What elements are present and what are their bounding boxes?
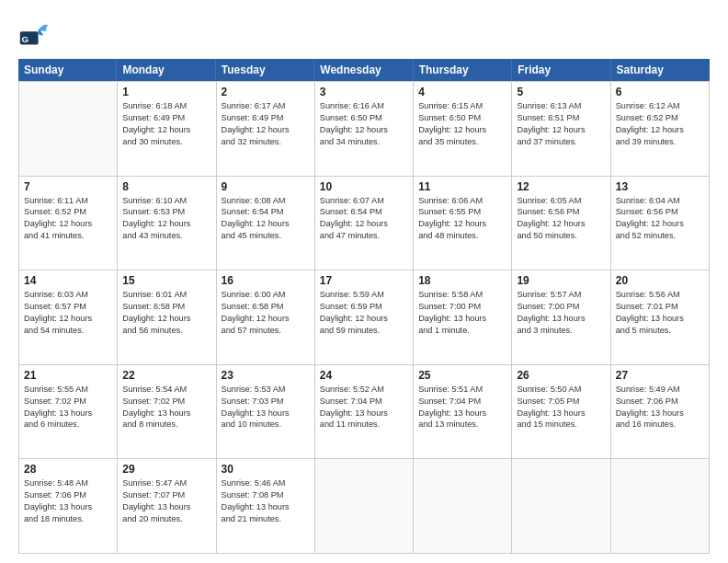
daylight-minutes: and 13 minutes. [418, 419, 506, 431]
sunrise: Sunrise: 6:17 AM [222, 100, 310, 112]
day-number: 15 [122, 274, 210, 287]
sunrise: Sunrise: 6:18 AM [122, 100, 210, 112]
daylight-minutes: and 16 minutes. [616, 419, 704, 431]
day-16: 16Sunrise: 6:00 AMSunset: 6:58 PMDayligh… [217, 270, 315, 364]
day-21: 21Sunrise: 5:55 AMSunset: 7:02 PMDayligh… [19, 365, 118, 459]
day-25: 25Sunrise: 5:51 AMSunset: 7:04 PMDayligh… [414, 365, 512, 459]
day-number: 4 [418, 86, 506, 98]
week-2: 7Sunrise: 6:11 AMSunset: 6:52 PMDaylight… [19, 177, 710, 271]
day-20: 20Sunrise: 5:56 AMSunset: 7:01 PMDayligh… [611, 270, 710, 364]
daylight-minutes: and 35 minutes. [418, 136, 506, 148]
day-number: 25 [418, 369, 506, 382]
logo: G [18, 17, 55, 50]
daylight-minutes: and 45 minutes. [222, 230, 310, 242]
sunset: Sunset: 6:56 PM [517, 206, 605, 218]
daylight-minutes: and 48 minutes. [418, 230, 506, 242]
day-number: 24 [320, 369, 408, 382]
daylight-hours: Daylight: 12 hours [517, 218, 605, 230]
sunset: Sunset: 7:05 PM [517, 396, 605, 408]
sunrise: Sunrise: 5:55 AM [24, 384, 112, 396]
day-number: 22 [122, 369, 210, 382]
daylight-minutes: and 21 minutes. [222, 513, 310, 525]
daylight-hours: Daylight: 12 hours [616, 124, 704, 136]
daylight-hours: Daylight: 13 hours [616, 313, 704, 325]
daylight-hours: Daylight: 13 hours [122, 408, 210, 419]
daylight-minutes: and 56 minutes. [122, 325, 210, 337]
day-number: 8 [122, 180, 210, 193]
daylight-hours: Daylight: 12 hours [122, 124, 210, 136]
day-number: 3 [320, 86, 408, 98]
day-number: 13 [616, 180, 704, 193]
daylight-hours: Daylight: 13 hours [24, 408, 112, 419]
day-24: 24Sunrise: 5:52 AMSunset: 7:04 PMDayligh… [315, 365, 414, 459]
sunset: Sunset: 6:52 PM [24, 206, 112, 218]
daylight-minutes: and 11 minutes. [320, 419, 408, 431]
daylight-hours: Daylight: 12 hours [616, 218, 704, 230]
day-number: 18 [418, 274, 506, 287]
sunset: Sunset: 7:03 PM [222, 396, 310, 408]
day-1: 1Sunrise: 6:18 AMSunset: 6:49 PMDaylight… [118, 82, 216, 176]
daylight-hours: Daylight: 13 hours [418, 313, 506, 325]
daylight-minutes: and 34 minutes. [320, 136, 408, 148]
sunset: Sunset: 7:06 PM [24, 489, 112, 501]
sunrise: Sunrise: 5:48 AM [24, 477, 112, 489]
daylight-hours: Daylight: 13 hours [418, 408, 506, 419]
day-2: 2Sunrise: 6:17 AMSunset: 6:49 PMDaylight… [217, 82, 315, 176]
sunset: Sunset: 7:04 PM [418, 396, 506, 408]
day-number: 21 [24, 369, 112, 382]
daylight-minutes: and 50 minutes. [517, 230, 605, 242]
day-12: 12Sunrise: 6:05 AMSunset: 6:56 PMDayligh… [512, 177, 610, 270]
day-header-monday: Monday [117, 59, 215, 81]
calendar-header: SundayMondayTuesdayWednesdayThursdayFrid… [18, 59, 710, 81]
day-header-wednesday: Wednesday [314, 59, 413, 81]
day-9: 9Sunrise: 6:08 AMSunset: 6:54 PMDaylight… [217, 177, 315, 270]
sunrise: Sunrise: 6:08 AM [222, 195, 310, 207]
sunrise: Sunrise: 6:15 AM [418, 100, 506, 112]
week-5: 28Sunrise: 5:48 AMSunset: 7:06 PMDayligh… [19, 459, 710, 554]
header: G [18, 17, 710, 50]
daylight-hours: Daylight: 12 hours [122, 313, 210, 325]
day-13: 13Sunrise: 6:04 AMSunset: 6:56 PMDayligh… [611, 177, 710, 270]
daylight-minutes: and 6 minutes. [24, 419, 112, 431]
sunset: Sunset: 7:02 PM [24, 396, 112, 408]
daylight-minutes: and 47 minutes. [320, 230, 408, 242]
svg-text:G: G [22, 34, 29, 44]
daylight-hours: Daylight: 12 hours [517, 124, 605, 136]
daylight-minutes: and 57 minutes. [222, 325, 310, 337]
day-8: 8Sunrise: 6:10 AMSunset: 6:53 PMDaylight… [118, 177, 216, 270]
daylight-minutes: and 30 minutes. [122, 136, 210, 148]
daylight-minutes: and 39 minutes. [616, 136, 704, 148]
daylight-hours: Daylight: 12 hours [320, 124, 408, 136]
day-4: 4Sunrise: 6:15 AMSunset: 6:50 PMDaylight… [414, 82, 512, 176]
day-18: 18Sunrise: 5:58 AMSunset: 7:00 PMDayligh… [414, 270, 512, 364]
daylight-hours: Daylight: 13 hours [122, 501, 210, 513]
daylight-minutes: and 37 minutes. [517, 136, 605, 148]
sunset: Sunset: 6:53 PM [122, 206, 210, 218]
day-number: 23 [222, 369, 310, 382]
daylight-minutes: and 54 minutes. [24, 325, 112, 337]
daylight-hours: Daylight: 12 hours [320, 218, 408, 230]
sunrise: Sunrise: 5:58 AM [418, 289, 506, 301]
page: G SundayMondayTuesdayWednesdayThursdayFr… [0, 0, 728, 563]
day-number: 28 [24, 463, 112, 476]
day-29: 29Sunrise: 5:47 AMSunset: 7:07 PMDayligh… [118, 459, 216, 553]
day-number: 12 [517, 180, 605, 193]
sunrise: Sunrise: 5:56 AM [616, 289, 704, 301]
day-number: 2 [222, 86, 310, 98]
day-22: 22Sunrise: 5:54 AMSunset: 7:02 PMDayligh… [118, 365, 216, 459]
daylight-hours: Daylight: 12 hours [222, 313, 310, 325]
daylight-hours: Daylight: 12 hours [122, 218, 210, 230]
daylight-minutes: and 18 minutes. [24, 513, 112, 525]
sunrise: Sunrise: 6:07 AM [320, 195, 408, 207]
daylight-hours: Daylight: 13 hours [222, 501, 310, 513]
sunset: Sunset: 6:51 PM [517, 112, 605, 124]
sunrise: Sunrise: 6:10 AM [122, 195, 210, 207]
day-header-tuesday: Tuesday [216, 59, 314, 81]
daylight-minutes: and 41 minutes. [24, 230, 112, 242]
daylight-minutes: and 52 minutes. [616, 230, 704, 242]
sunset: Sunset: 6:58 PM [122, 301, 210, 313]
sunset: Sunset: 6:57 PM [24, 301, 112, 313]
sunrise: Sunrise: 5:47 AM [122, 477, 210, 489]
day-27: 27Sunrise: 5:49 AMSunset: 7:06 PMDayligh… [611, 365, 710, 459]
sunrise: Sunrise: 5:51 AM [418, 384, 506, 396]
